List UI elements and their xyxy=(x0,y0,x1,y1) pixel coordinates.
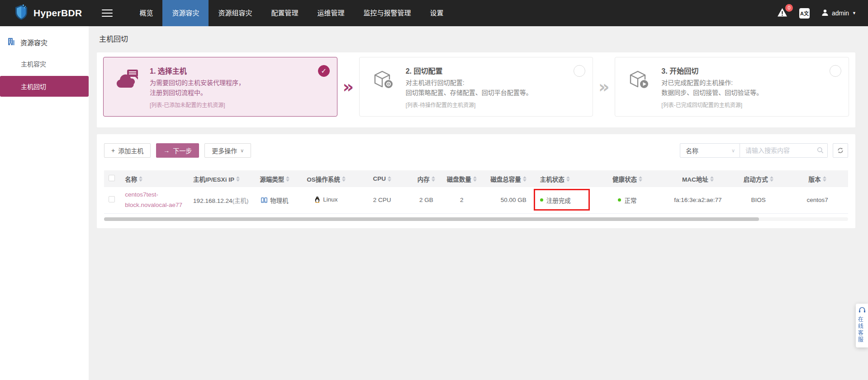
menu-toggle-icon[interactable] xyxy=(102,7,113,19)
box-play-icon xyxy=(627,65,652,111)
step-arrow-icon: » xyxy=(593,78,615,95)
sort-icon[interactable] xyxy=(432,176,435,182)
refresh-button[interactable] xyxy=(833,143,848,158)
step-desc-line: 回切策略配置、存储配置、回切平台配置等。 xyxy=(406,88,532,98)
nav-item-resource-dr[interactable]: 资源容灾 xyxy=(162,0,209,26)
building-icon xyxy=(7,37,15,47)
username: admin xyxy=(832,9,849,17)
source-type-cell: 物理机 xyxy=(252,187,297,213)
step-title: 3. 开始回切 xyxy=(661,65,763,76)
host-table-card: + 添加主机 → 下一步 更多操作 ∨ 名称 ∨ xyxy=(97,134,855,228)
disk-count-cell: 2 xyxy=(444,187,480,213)
chevron-down-icon: ∨ xyxy=(240,148,244,154)
sidebar-item-host-dr[interactable]: 主机容灾 xyxy=(0,54,89,73)
sort-icon[interactable] xyxy=(139,176,142,182)
step-1-select-host[interactable]: 1. 选择主机 为需要回切的主机安装代理程序， 注册到回切流程中。 [列表-已添… xyxy=(103,57,337,117)
search-icon xyxy=(817,147,824,155)
step-note: [列表-已添加未配置的主机资源] xyxy=(150,101,245,108)
sort-icon[interactable] xyxy=(342,176,346,182)
sidebar: 资源容灾 主机容灾 主机回切 xyxy=(0,26,89,380)
host-table: 名称 主机IP/ESXi IP 源端类型 OS操作系统 CPU 内存 磁盘数量 … xyxy=(104,170,848,214)
online-service-tab[interactable]: 在线客服 xyxy=(856,304,868,347)
host-ip-cell: 192.168.12.24(主机) xyxy=(188,187,252,213)
chevron-down-icon: ▼ xyxy=(852,11,856,15)
step-desc-line: 数据同步、回切接管、回切验证等。 xyxy=(661,88,763,98)
row-checkbox[interactable] xyxy=(109,196,115,202)
sort-icon[interactable] xyxy=(236,176,240,182)
memory-cell: 2 GB xyxy=(409,187,443,213)
nav-item-config-mgmt[interactable]: 配置管理 xyxy=(261,0,308,26)
physical-machine-icon xyxy=(261,197,267,203)
sort-icon[interactable] xyxy=(473,176,477,182)
sidebar-section-title: 资源容灾 xyxy=(20,38,47,47)
mac-cell: fa:16:3e:a2:ae:77 xyxy=(665,187,730,213)
notification-badge: 0 xyxy=(785,4,793,12)
headset-icon xyxy=(859,307,866,313)
language-switch-icon[interactable]: A文 xyxy=(799,8,810,19)
step-desc-line: 对主机进行回切配置: xyxy=(406,78,532,88)
notification-warning-icon[interactable]: 0 xyxy=(777,8,787,19)
nav-item-settings[interactable]: 设置 xyxy=(421,0,453,26)
sort-icon[interactable] xyxy=(523,176,526,182)
online-service-label: 在线客服 xyxy=(856,316,864,343)
arrow-right-icon: → xyxy=(163,147,170,154)
nav-item-ops-mgmt[interactable]: 运维管理 xyxy=(308,0,354,26)
sort-icon[interactable] xyxy=(823,176,826,182)
step-desc-line: 为需要回切的主机安装代理程序， xyxy=(150,78,245,88)
disk-total-cell: 50.00 GB xyxy=(480,187,535,213)
sort-icon[interactable] xyxy=(286,176,289,182)
step-note: [列表-已完成回切配置的主机资源] xyxy=(661,101,763,108)
status-dot-green xyxy=(618,198,621,202)
nav-item-resource-group-dr[interactable]: 资源组容灾 xyxy=(209,0,261,26)
step-title: 2. 回切配置 xyxy=(406,65,532,76)
chevron-down-icon: ∨ xyxy=(731,148,735,154)
sort-icon[interactable] xyxy=(639,176,642,182)
sidebar-item-host-failback[interactable]: 主机回切 xyxy=(0,76,89,97)
refresh-icon xyxy=(837,147,844,154)
user-icon xyxy=(821,9,829,18)
search-input[interactable] xyxy=(740,143,828,158)
next-step-button[interactable]: → 下一步 xyxy=(156,143,199,158)
status-dot-green xyxy=(540,198,543,202)
brand-name: HyperBDR xyxy=(33,8,82,19)
step-pending-circle xyxy=(574,65,585,77)
user-menu[interactable]: admin ▼ xyxy=(821,9,856,18)
horizontal-scrollbar[interactable] xyxy=(104,217,848,221)
host-status-cell: 注册完成 xyxy=(535,187,589,213)
brand-logo[interactable]: HyperBDR xyxy=(0,4,95,22)
scrollbar-thumb[interactable] xyxy=(104,217,759,221)
table-row[interactable]: centos7test- block.novalocal-ae77 192.16… xyxy=(104,187,848,213)
host-name-link[interactable]: centos7test- block.novalocal-ae77 xyxy=(125,190,188,210)
health-status-cell: 正常 xyxy=(589,187,665,213)
boot-type-cell: BIOS xyxy=(730,187,787,213)
more-actions-button[interactable]: 更多操作 ∨ xyxy=(204,143,251,158)
nav-item-monitor-alarm[interactable]: 监控与报警管理 xyxy=(354,0,421,26)
step-pending-circle xyxy=(830,65,841,77)
plus-icon: + xyxy=(111,147,115,154)
step-3-start-failback[interactable]: 3. 开始回切 对已完成配置的主机操作: 数据同步、回切接管、回切验证等。 [列… xyxy=(615,57,849,117)
sort-icon[interactable] xyxy=(388,176,391,182)
shield-logo-icon xyxy=(14,4,29,22)
select-all-checkbox[interactable] xyxy=(109,175,115,181)
add-host-button[interactable]: + 添加主机 xyxy=(104,143,151,158)
cpu-cell: 2 CPU xyxy=(355,187,409,213)
box-gear-icon xyxy=(371,65,397,111)
sort-icon[interactable] xyxy=(710,176,714,182)
top-navbar: HyperBDR 概览 资源容灾 资源组容灾 配置管理 运维管理 监控与报警管理… xyxy=(0,0,868,26)
sort-icon[interactable] xyxy=(566,176,570,182)
nav-item-overview[interactable]: 概览 xyxy=(130,0,162,26)
step-desc-line: 注册到回切流程中。 xyxy=(150,88,245,98)
linux-penguin-icon xyxy=(314,196,320,203)
os-cell: Linux xyxy=(297,187,356,213)
step-2-failback-config[interactable]: 2. 回切配置 对主机进行回切配置: 回切策略配置、存储配置、回切平台配置等。 … xyxy=(359,57,593,117)
page-title: 主机回切 xyxy=(89,26,868,52)
sort-icon[interactable] xyxy=(770,176,773,182)
step-arrow-icon: » xyxy=(337,78,359,95)
version-cell: centos7 xyxy=(787,187,848,213)
table-toolbar: + 添加主机 → 下一步 更多操作 ∨ 名称 ∨ xyxy=(104,143,848,158)
step-title: 1. 选择主机 xyxy=(150,65,245,76)
failback-steps-card: 1. 选择主机 为需要回切的主机安装代理程序， 注册到回切流程中。 [列表-已添… xyxy=(97,52,855,127)
sidebar-section-resource-dr[interactable]: 资源容灾 xyxy=(0,26,89,54)
step-note: [列表-待操作配置的主机资源] xyxy=(406,101,532,108)
filter-field-select[interactable]: 名称 ∨ xyxy=(680,143,740,158)
